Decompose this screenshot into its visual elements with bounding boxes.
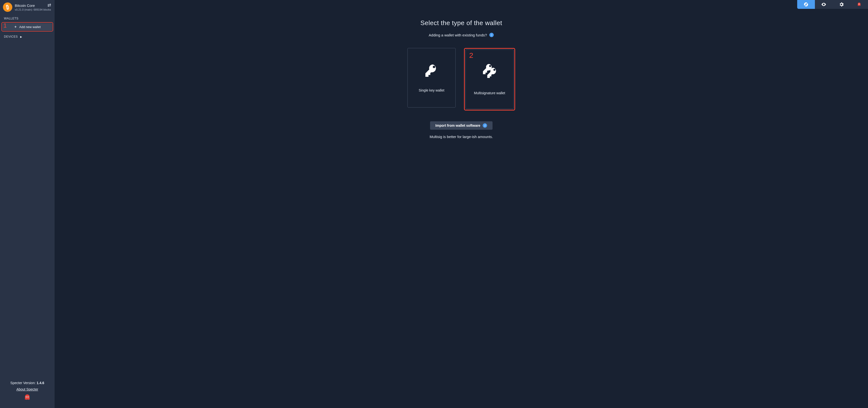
no-dollar-icon: $	[803, 2, 809, 7]
topbar-price-toggle[interactable]: $	[797, 0, 815, 9]
topbar-tor-ghost[interactable]	[850, 0, 868, 9]
annotation-box-1: 1 ＋ Add new wallet	[1, 22, 53, 31]
key-icon	[424, 63, 439, 78]
existing-funds-row: Adding a wallet with existing funds? i	[429, 33, 494, 37]
wallet-type-cards: Single key wallet 2 Multisignature walle…	[407, 48, 515, 111]
ghost-icon	[857, 2, 862, 7]
svg-point-2	[26, 397, 27, 397]
topbar: $	[55, 0, 868, 9]
add-new-wallet-button[interactable]: ＋ Add new wallet	[2, 23, 52, 30]
sidebar-devices-label: DEVICES	[4, 35, 18, 38]
info-icon[interactable]: i	[489, 33, 494, 37]
sidebar-footer: Specter Version: 1.4.6 About Specter	[0, 378, 55, 408]
about-specter-link[interactable]: About Specter	[17, 387, 38, 391]
annotation-number-1: 1	[3, 22, 7, 29]
page-title: Select the type of the wallet	[421, 19, 502, 27]
eye-icon	[821, 2, 827, 7]
annotation-box-2: 2 Multisignature wallet	[464, 48, 515, 111]
version-prefix: Specter Version:	[10, 381, 37, 385]
sidebar-node-block: ⇄ ₿ Bitcoin Core v0.21.0 (main): 689194 …	[0, 0, 55, 13]
single-key-label: Single key wallet	[419, 88, 444, 92]
multisig-label: Multisignature wallet	[474, 91, 505, 95]
version-number: 1.4.6	[37, 381, 44, 385]
existing-funds-text: Adding a wallet with existing funds?	[429, 33, 487, 37]
multisig-wallet-card[interactable]: Multisignature wallet	[465, 50, 514, 109]
svg-point-9	[859, 4, 860, 4]
main-area: $ Select the type of the wallet Adding a…	[55, 0, 868, 408]
add-wallet-label: Add new wallet	[19, 25, 40, 29]
multisig-keys-icon	[481, 63, 498, 81]
single-key-wallet-card[interactable]: Single key wallet	[407, 48, 456, 108]
import-label: Import from wallet software	[435, 123, 480, 127]
content: Select the type of the wallet Adding a w…	[55, 9, 868, 408]
node-row[interactable]: ₿ Bitcoin Core v0.21.0 (main): 689194 bl…	[3, 2, 52, 12]
bitcoin-logo-icon: ₿	[2, 1, 13, 12]
svg-point-8	[859, 4, 859, 4]
node-subtitle: v0.21.0 (main): 689194 blocks	[15, 8, 51, 11]
plus-icon: ＋	[14, 25, 17, 29]
svg-point-7	[823, 4, 824, 5]
switch-node-icon[interactable]: ⇄	[48, 2, 51, 8]
node-title: Bitcoin Core	[15, 3, 51, 8]
import-from-software-button[interactable]: Import from wallet software i	[430, 121, 493, 130]
svg-point-3	[28, 397, 29, 397]
sidebar-wallets-label: WALLETS	[0, 13, 55, 22]
sidebar: ⇄ ₿ Bitcoin Core v0.21.0 (main): 689194 …	[0, 0, 55, 408]
specter-ghost-icon	[24, 394, 31, 402]
topbar-settings[interactable]	[833, 0, 850, 9]
gear-icon	[839, 2, 844, 7]
triangle-right-icon: ▶	[20, 35, 22, 38]
info-icon[interactable]: i	[483, 123, 487, 128]
topbar-privacy-eye[interactable]	[815, 0, 833, 9]
multisig-hint: Multisig is better for large-ish amounts…	[430, 135, 493, 139]
version-line: Specter Version: 1.4.6	[10, 381, 44, 385]
sidebar-devices-toggle[interactable]: DEVICES ▶	[0, 31, 55, 40]
